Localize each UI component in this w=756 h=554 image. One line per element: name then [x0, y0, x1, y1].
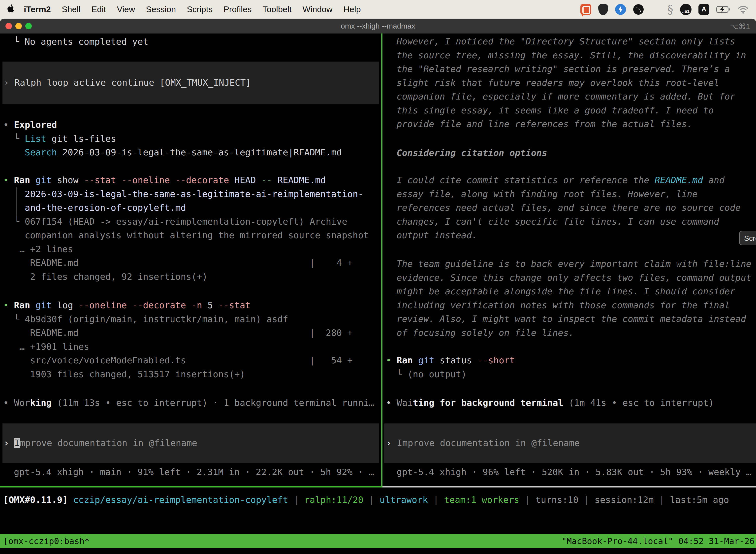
ralph-loop-banner[interactable]: › Ralph loop active continue [OMX_TMUX_I…: [2, 62, 379, 104]
reasoning-heading: Considering citation options: [397, 146, 547, 160]
lightning-badge-icon[interactable]: [615, 4, 626, 15]
tree-guide-line: [16, 187, 17, 222]
left-pane-no-agents: └ No agents completed yet: [14, 35, 148, 49]
working-status-line: • Working (11m 13s • esc to interrupt) ·…: [3, 396, 374, 410]
terminal-content[interactable]: └ No agents completed yet › Ralph loop a…: [0, 34, 756, 554]
prompt-arrow-icon: ›: [4, 438, 14, 448]
banner-prompt-icon: ›: [4, 77, 14, 88]
spinner-icon: •: [3, 398, 14, 408]
crescent-icon[interactable]: [633, 4, 644, 15]
window-title: omx --xhigh --madmax: [0, 19, 756, 34]
pane-divider-vertical[interactable]: [381, 34, 382, 486]
omx-last: last:5m ago: [670, 495, 729, 505]
omx-session: session:12m: [594, 495, 653, 505]
input-text: mprove documentation in @filename: [20, 438, 197, 448]
menu-item-toolbelt[interactable]: Toolbelt: [263, 4, 292, 14]
prompt-input-right[interactable]: › Improve documentation in @filename: [384, 424, 756, 463]
menu-item-scripts[interactable]: Scripts: [187, 4, 212, 14]
tree-branch-icon: └: [14, 133, 24, 144]
omx-mode: ultrawork: [379, 495, 428, 505]
shield-grid-icon[interactable]: [598, 4, 608, 15]
omx-ralph-count: ralph:11/20: [304, 495, 363, 505]
menu-item-window[interactable]: Window: [303, 4, 333, 14]
omx-status-bar: [OMX#0.11.9] cczip/essay/ai-reimplementa…: [3, 493, 729, 507]
pane-border-bottom-right: [382, 486, 756, 488]
bullet-icon: •: [3, 120, 14, 130]
input-text: Improve documentation in @filename: [397, 438, 580, 448]
battery-icon[interactable]: [716, 6, 731, 13]
bullet-icon: •: [3, 300, 14, 310]
window-title-bar: omx --xhigh --madmax ⌥⌘1: [0, 19, 756, 34]
tmux-session-window[interactable]: [omx-cczip0:bash*: [3, 535, 89, 548]
omx-turns: turns:10: [536, 495, 578, 505]
spinner-icon: •: [386, 398, 397, 408]
reasoning-paragraph-1: However, I noticed the "Directory Struct…: [397, 35, 746, 131]
git-log-section: • Ran git log --oneline --decorate -n 5 …: [3, 298, 353, 381]
readme-link: README.md: [654, 175, 703, 185]
bullet-icon: •: [3, 175, 14, 185]
text-cursor: I: [14, 438, 20, 448]
menu-item-edit[interactable]: Edit: [91, 4, 106, 14]
reasoning-paragraph-3: The team guideline is to back every impo…: [397, 257, 751, 340]
git-status-section: • Ran git status --short └ (no output): [386, 353, 515, 381]
bullet-icon: •: [386, 355, 397, 365]
apple-menu-icon[interactable]: [7, 4, 15, 15]
banner-text: Ralph loop active continue [OMX_TMUX_INJ…: [14, 77, 251, 88]
omx-team: team:1 workers: [444, 495, 519, 505]
model-status-right: gpt-5.4 xhigh · 96% left · 520K in · 5.8…: [397, 465, 751, 479]
screen-tooltip[interactable]: Scre: [739, 231, 756, 245]
reasoning-paragraph-2: I could cite commit statistics or refere…: [397, 173, 741, 242]
menu-item-app[interactable]: iTerm2: [24, 4, 51, 14]
prompt-input-left[interactable]: › Improve documentation in @filename: [2, 424, 379, 463]
git-show-section: • Ran git show --stat --oneline --decora…: [3, 173, 369, 283]
badge-61-icon[interactable]: ..61: [680, 4, 692, 15]
waiting-status-line: • Waiting for background terminal (1m 41…: [386, 396, 714, 410]
wifi-icon[interactable]: [738, 5, 749, 14]
omx-branch: cczip/essay/ai-reimplementation-copyleft: [73, 495, 288, 505]
menu-item-session[interactable]: Session: [146, 4, 176, 14]
tmux-host-clock: "MacBook-Pro-44.local" 04:52 31-Mar-26: [562, 535, 755, 548]
chat-app-icon[interactable]: [580, 4, 591, 15]
omx-version: [OMX#0.11.9]: [3, 495, 68, 505]
window-shortcut-badge: ⌥⌘1: [730, 22, 750, 31]
menu-item-view[interactable]: View: [117, 4, 135, 14]
model-status-left: gpt-5.4 xhigh · main · 91% left · 2.31M …: [14, 465, 374, 479]
status-icons: § ..61 A: [580, 3, 749, 16]
prompt-arrow-icon: ›: [386, 438, 397, 448]
menu-item-help[interactable]: Help: [343, 4, 361, 14]
pane-border-bottom-left: [0, 486, 382, 488]
squiggle-icon[interactable]: §: [668, 3, 673, 16]
menu-item-profiles[interactable]: Profiles: [224, 4, 252, 14]
a-key-icon[interactable]: A: [698, 4, 709, 15]
menu-bar: iTerm2 Shell Edit View Session Scripts P…: [0, 0, 756, 19]
explored-section: • Explored └ List git ls-files Search 20…: [3, 118, 342, 159]
dots-grid-icon[interactable]: [651, 4, 660, 14]
tmux-status-bar: [omx-cczip0:bash* "MacBook-Pro-44.local"…: [0, 534, 756, 548]
menu-item-shell[interactable]: Shell: [62, 4, 81, 14]
